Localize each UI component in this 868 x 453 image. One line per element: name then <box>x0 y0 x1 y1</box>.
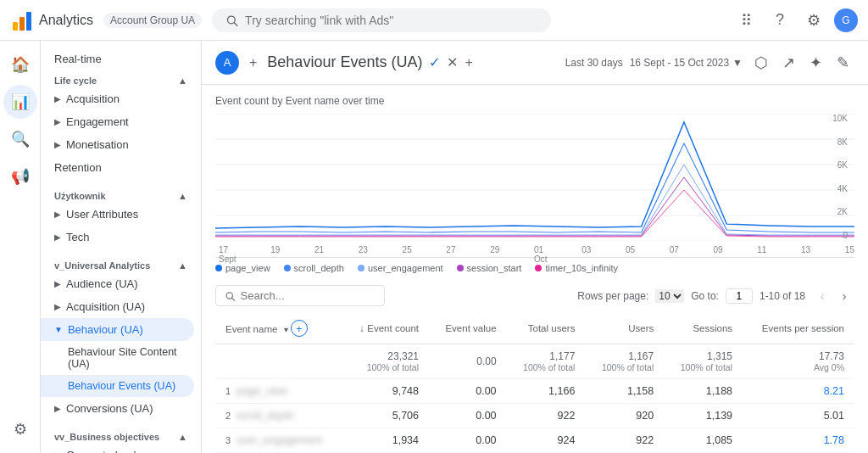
add-metric-btn[interactable]: + <box>291 320 308 337</box>
sub-header: A + Behaviour Events (UA) ✓ ✕ + Last 30 … <box>202 41 868 85</box>
main-layout: 🏠 📊 🔍 📢 ⚙ Real-time Life cycle ▲ ▶ Acqui… <box>0 41 868 453</box>
svg-rect-1 <box>19 17 25 31</box>
col-sessions: Sessions <box>664 313 743 344</box>
sidebar-item-engagement[interactable]: ▶ Engagement <box>41 110 194 133</box>
goto-input[interactable] <box>726 288 753 304</box>
total-row: 23,321 100% of total 0.00 1,177 100% of … <box>215 344 854 379</box>
rows-per-page-select[interactable]: 10 25 50 <box>655 289 684 303</box>
nav-explore-icon[interactable]: 🔍 <box>3 122 37 156</box>
row-1-name: 1 page_view <box>215 379 342 404</box>
events-table: Event name ▾ + ↓ Event count Event value… <box>215 313 854 453</box>
sidebar-item-monetisation[interactable]: ▶ Monetisation <box>41 133 194 156</box>
row-2-name: 2 scroll_depth <box>215 404 342 428</box>
nav-bottom: ⚙ <box>3 412 37 446</box>
sidebar-item-tech[interactable]: ▶ Tech <box>41 226 194 249</box>
table-area: Rows per page: 10 25 50 Go to: 1-10 of 1… <box>202 278 868 453</box>
user-section-header: Użytkownik ▲ <box>41 186 201 203</box>
date-range-picker[interactable]: 16 Sept - 15 Oct 2023 ▼ <box>630 57 743 69</box>
realtime-label: Real-time <box>54 53 102 65</box>
x-axis: 17Sept 19 21 23 25 27 29 01Oct 03 05 07 … <box>215 243 854 264</box>
page-nav: ‹ › <box>812 286 854 306</box>
more-icon[interactable]: ✎ <box>831 51 854 75</box>
lifecycle-section-header: Life cycle ▲ <box>41 70 201 87</box>
sidebar-item-behaviour-site-content[interactable]: Behaviour Site Content (UA) <box>41 341 194 375</box>
ua-section-header: v_Universal Analytics ▲ <box>41 255 201 272</box>
page-title: Behaviour Events (UA) <box>267 53 422 71</box>
user-collapse-icon[interactable]: ▲ <box>178 191 187 201</box>
sidebar-item-realtime[interactable]: Real-time <box>41 48 194 70</box>
next-page-btn[interactable]: › <box>834 286 854 306</box>
add-metric-page-btn[interactable]: + <box>465 55 472 70</box>
prev-page-btn[interactable]: ‹ <box>812 286 832 306</box>
export-icon[interactable]: ↗ <box>776 51 800 75</box>
total-users: 1,167 100% of total <box>585 344 664 379</box>
col-eps: Events per session <box>743 313 854 344</box>
sidebar-item-user-attributes[interactable]: ▶ User Attributes <box>41 203 194 226</box>
svg-line-4 <box>234 22 236 25</box>
table-search-input[interactable] <box>241 289 376 302</box>
sidebar-item-acquisition[interactable]: ▶ Acquisition <box>41 87 194 110</box>
engagement-arrow: ▶ <box>54 117 61 126</box>
user-avatar[interactable]: G <box>834 8 858 32</box>
acquisition-arrow: ▶ <box>54 94 61 103</box>
sidebar-item-acquisition-ua[interactable]: ▶ Acquisition (UA) <box>41 295 194 318</box>
sidebar-item-retention[interactable]: Retention <box>41 156 194 179</box>
topbar: Analytics Account Group UA ⠿ ? ⚙ G <box>0 0 868 41</box>
search-bar[interactable] <box>212 8 551 32</box>
table-pagination: Rows per page: 10 25 50 Go to: 1-10 of 1… <box>577 286 854 306</box>
col-total-users: Total users <box>507 313 586 344</box>
ua-collapse-icon[interactable]: ▲ <box>178 260 187 271</box>
lifecycle-label: Life cycle <box>54 76 97 86</box>
nav-home-icon[interactable]: 🏠 <box>3 48 37 81</box>
nav-icon-rail: 🏠 📊 🔍 📢 ⚙ <box>0 41 41 453</box>
chart-title: Event count by Event name over time <box>215 95 854 107</box>
sidebar-item-behaviour-ua[interactable]: ▼ Behaviour (UA) <box>41 318 194 341</box>
sidebar-item-generate-leads[interactable]: ▶ Generate leads <box>41 444 194 453</box>
nav-reports-icon[interactable]: 📊 <box>3 85 37 119</box>
lifecycle-collapse-icon[interactable]: ▲ <box>178 76 187 86</box>
legend-page-view[interactable]: page_view <box>215 263 270 273</box>
legend-timer[interactable]: timer_10s_infinity <box>535 263 618 273</box>
rows-per-page-label: Rows per page: <box>577 290 648 302</box>
apps-icon[interactable]: ⠿ <box>732 7 760 34</box>
nav-settings-bottom-icon[interactable]: ⚙ <box>3 412 37 446</box>
total-value: 0.00 <box>429 344 507 379</box>
table-search-box[interactable] <box>215 285 385 306</box>
biz-section-header: vv_Business objectives ▲ <box>41 427 201 444</box>
table-row: 1 page_view 9,748 0.00 1,166 1,158 1,188… <box>215 379 854 404</box>
legend-dot-page-view <box>215 265 222 271</box>
svg-line-12 <box>232 298 235 300</box>
legend-scroll-depth[interactable]: scroll_depth <box>284 263 344 273</box>
page-avatar[interactable]: A <box>215 51 239 75</box>
col-event-count[interactable]: ↓ Event count <box>342 313 429 344</box>
nav-advertising-icon[interactable]: 📢 <box>3 159 37 193</box>
svg-rect-2 <box>26 12 31 31</box>
help-icon[interactable]: ? <box>766 7 793 34</box>
total-label <box>215 344 342 379</box>
ua-section-label: v_Universal Analytics <box>54 260 150 271</box>
col-users: Users <box>585 313 664 344</box>
share-icon[interactable]: ⬡ <box>749 51 773 75</box>
col-event-value: Event value <box>429 313 507 344</box>
chart-area: Event count by Event name over time <box>202 85 868 278</box>
settings-icon[interactable]: ⚙ <box>800 7 827 34</box>
app-title: Analytics <box>39 13 93 28</box>
add-icon[interactable]: + <box>246 53 260 72</box>
search-icon <box>225 14 238 27</box>
sort-icon-event-name: ▾ <box>284 325 288 334</box>
sidebar-item-audience-ua[interactable]: ▶ Audience (UA) <box>41 272 194 295</box>
sidebar-item-conversions-ua[interactable]: ▶ Conversions (UA) <box>41 397 194 420</box>
biz-collapse-icon[interactable]: ▲ <box>178 432 187 442</box>
legend-user-engagement[interactable]: user_engagement <box>358 263 443 273</box>
legend-session-start[interactable]: session_start <box>457 263 522 273</box>
app-logo: Analytics <box>10 8 93 32</box>
search-input[interactable] <box>245 14 537 27</box>
magic-icon[interactable]: ✦ <box>804 51 827 75</box>
col-event-name[interactable]: Event name ▾ + <box>215 313 342 344</box>
topbar-right: ⠿ ? ⚙ G <box>732 7 858 34</box>
main-content: A + Behaviour Events (UA) ✓ ✕ + Last 30 … <box>202 41 868 453</box>
account-label[interactable]: Account Group UA <box>103 13 202 28</box>
sidebar-item-behaviour-events[interactable]: Behaviour Events (UA) <box>41 375 194 397</box>
svg-rect-0 <box>13 22 18 31</box>
close-icon[interactable]: ✕ <box>447 54 458 70</box>
